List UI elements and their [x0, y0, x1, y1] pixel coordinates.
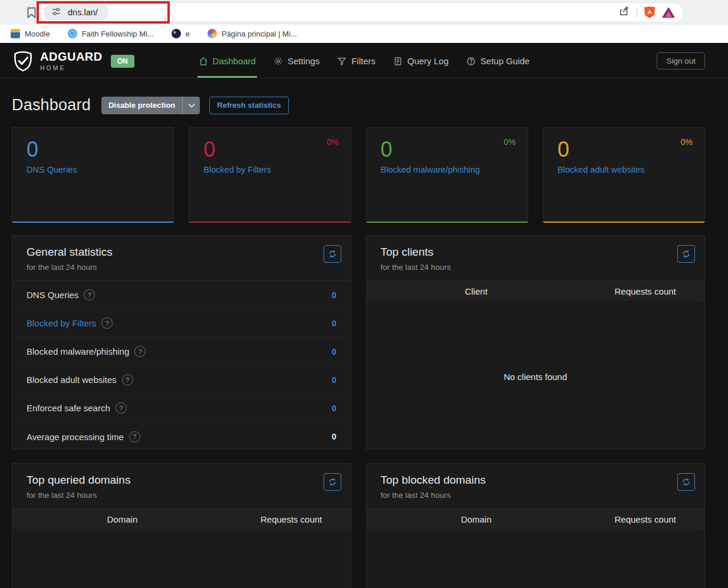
table-header: Client Requests count	[367, 281, 705, 301]
stat-label: Average processing time	[27, 432, 124, 442]
general-statistics-panel: General statistics for the last 24 hours…	[12, 235, 351, 450]
card-value: 0	[203, 137, 336, 161]
toolbar-separator	[637, 7, 637, 18]
address-bar[interactable]: dns.lan/	[38, 2, 684, 22]
bottom-panels: Top queried domains for the last 24 hour…	[12, 463, 705, 588]
disable-protection-label: Disable protection	[101, 97, 182, 114]
main-nav: Dashboard Settings Filters Query Log	[199, 44, 530, 78]
card-blocked-by-filters: 0 Blocked by Filters 0%	[189, 127, 351, 223]
question-circle-icon	[466, 57, 476, 66]
bookmark-label: Faith Fellowship Mi...	[82, 29, 154, 38]
stat-row-safe-search: Enforced safe search ? 0	[12, 394, 351, 422]
card-label-link[interactable]: Blocked malware/phishing	[381, 165, 513, 174]
card-blocked-adult: 0 Blocked adult websites 0%	[543, 127, 705, 223]
brand-subtitle: HOME	[40, 65, 103, 71]
help-icon[interactable]: ?	[84, 289, 95, 300]
middle-panels: General statistics for the last 24 hours…	[12, 235, 705, 450]
protection-status-badge: ON	[111, 55, 134, 68]
home-icon	[199, 57, 208, 66]
sign-out-button[interactable]: Sign out	[657, 52, 705, 70]
brave-rewards-icon[interactable]	[662, 7, 675, 18]
shield-check-icon	[12, 50, 34, 72]
funnel-icon	[337, 57, 347, 66]
refresh-icon	[682, 478, 690, 486]
card-percent: 0%	[327, 137, 338, 147]
card-percent: 0%	[681, 137, 693, 147]
browser-toolbar: dns.lan/	[0, 0, 728, 25]
bookmark-label: e	[186, 29, 190, 38]
stat-label-link[interactable]: Blocked by Filters	[27, 318, 96, 328]
nav-dashboard[interactable]: Dashboard	[199, 44, 256, 78]
help-icon[interactable]: ?	[116, 402, 127, 414]
bookmark-icon[interactable]	[27, 7, 37, 18]
stat-value: 0	[332, 319, 337, 328]
bookmark-pagina-principal[interactable]: Página principal | Mi...	[207, 29, 297, 38]
panel-subtitle: for the last 24 hours	[381, 263, 693, 272]
brave-shield-icon[interactable]	[644, 6, 655, 18]
card-percent: 0%	[504, 137, 516, 147]
bookmark-e[interactable]: e	[172, 29, 190, 38]
nav-setup-guide[interactable]: Setup Guide	[466, 44, 529, 78]
column-requests-count: Requests count	[232, 514, 351, 524]
chevron-down-icon[interactable]	[182, 97, 200, 114]
panel-title: Top clients	[381, 246, 693, 259]
help-icon[interactable]: ?	[101, 318, 113, 329]
app-header: ADGUARD HOME ON Dashboard Settings Filte…	[0, 43, 728, 78]
stat-value: 0	[332, 290, 337, 300]
nav-label: Filters	[351, 56, 375, 66]
panel-subtitle: for the last 24 hours	[381, 491, 693, 500]
nav-label: Settings	[288, 56, 319, 66]
panel-title: General statistics	[27, 246, 339, 259]
refresh-statistics-button[interactable]: Refresh statistics	[209, 97, 288, 114]
table-header: Domain Requests count	[367, 509, 705, 529]
card-label-link[interactable]: Blocked by Filters	[203, 165, 336, 174]
empty-state: No clients found	[367, 301, 705, 450]
column-requests-count: Requests count	[586, 286, 704, 296]
nav-filters[interactable]: Filters	[337, 44, 375, 78]
help-icon[interactable]: ?	[122, 374, 133, 385]
refresh-button[interactable]	[677, 245, 695, 263]
refresh-button[interactable]	[324, 473, 341, 491]
stat-row-blocked-malware: Blocked malware/phishing ? 0	[12, 338, 351, 366]
nav-label: Setup Guide	[480, 56, 529, 66]
refresh-icon	[328, 250, 337, 258]
bookmark-faith-fellowship[interactable]: Faith Fellowship Mi...	[68, 29, 154, 38]
help-icon[interactable]: ?	[129, 431, 140, 442]
refresh-icon	[328, 478, 337, 486]
url-chip[interactable]: dns.lan/	[44, 4, 108, 21]
disable-protection-button[interactable]: Disable protection	[101, 97, 200, 114]
copilot-favicon	[207, 29, 217, 38]
share-icon[interactable]	[619, 6, 630, 19]
refresh-button[interactable]	[324, 245, 341, 263]
stat-row-blocked-by-filters: Blocked by Filters ? 0	[12, 309, 351, 338]
adguard-logo[interactable]: ADGUARD HOME	[12, 50, 103, 72]
bookmark-moodle[interactable]: Moodle	[11, 29, 50, 38]
gear-icon	[274, 57, 283, 66]
nav-label: Query Log	[407, 56, 449, 66]
card-value: 0	[27, 137, 159, 161]
nav-query-log[interactable]: Query Log	[393, 44, 449, 78]
bookmarks-bar: Moodle Faith Fellowship Mi... e Página p…	[0, 25, 728, 43]
nav-settings[interactable]: Settings	[274, 44, 319, 78]
bookmark-label: Moodle	[25, 29, 50, 38]
stat-value: 0	[332, 347, 337, 356]
panel-subtitle: for the last 24 hours	[27, 263, 339, 272]
bookmark-label: Página principal | Mi...	[222, 29, 297, 38]
column-domain: Domain	[12, 514, 232, 524]
column-requests-count: Requests count	[586, 514, 704, 524]
top-blocked-domains-panel: Top blocked domains for the last 24 hour…	[366, 463, 706, 588]
panel-subtitle: for the last 24 hours	[27, 491, 339, 500]
stat-row-blocked-adult: Blocked adult websites ? 0	[12, 366, 351, 394]
page-title: Dashboard	[12, 96, 91, 114]
help-icon[interactable]: ?	[134, 346, 146, 357]
brand-name: ADGUARD	[40, 51, 103, 62]
stat-label: Enforced safe search	[27, 403, 110, 413]
column-client: Client	[367, 286, 587, 296]
top-queried-domains-panel: Top queried domains for the last 24 hour…	[12, 463, 351, 588]
card-label-link[interactable]: Blocked adult websites	[558, 165, 690, 174]
table-header: Domain Requests count	[12, 509, 351, 529]
refresh-button[interactable]	[677, 473, 695, 491]
card-label-link[interactable]: DNS Queries	[27, 165, 159, 174]
globe-favicon	[68, 29, 77, 38]
stat-label: Blocked adult websites	[27, 375, 117, 385]
